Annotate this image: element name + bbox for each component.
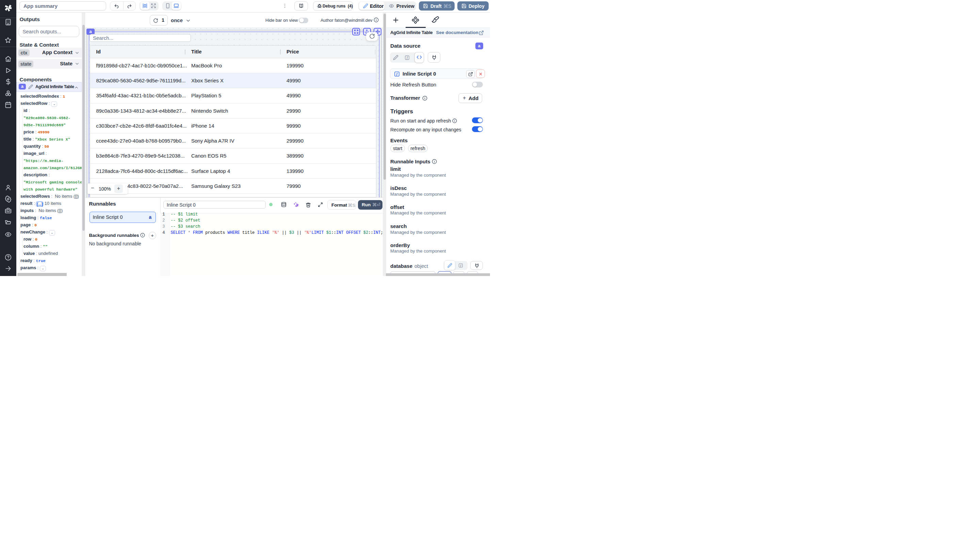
svg-text:f: f: [396, 72, 398, 76]
svg-text:f: f: [460, 264, 462, 267]
svg-text:f: f: [407, 56, 408, 59]
